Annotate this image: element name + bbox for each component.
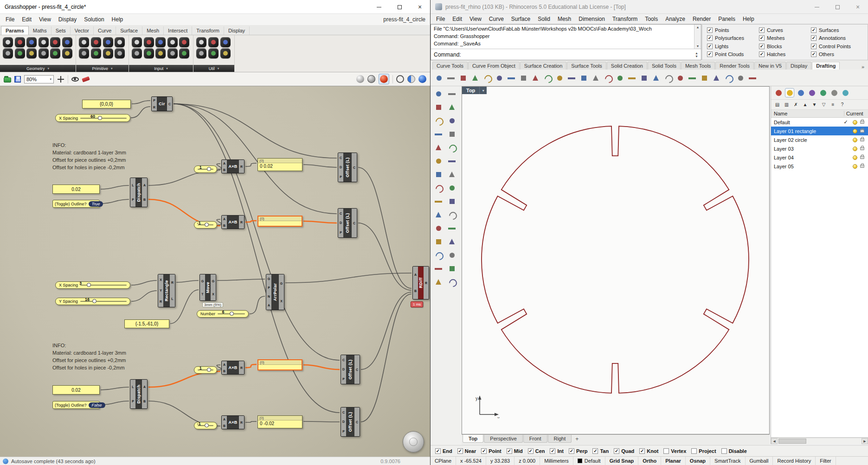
gh-panel[interactable]: {-1.5,-61,0} [124, 319, 169, 328]
grasshopper-canvas[interactable]: {0,0,0}PRCirCX Spacing60INFO: Material: … [0, 86, 430, 457]
checkbox-icon[interactable]: ✓ [569, 448, 574, 454]
viewport-title-menu-icon[interactable]: ▼ [479, 87, 487, 94]
tube-icon[interactable] [446, 182, 458, 194]
zoom-extents-icon[interactable] [57, 76, 64, 83]
gh-component-ab[interactable]: ABA×BR [221, 215, 244, 229]
menu-edit[interactable]: Edit [449, 14, 466, 24]
split-icon[interactable] [687, 72, 698, 83]
scroll-down-icon[interactable]: ▼ [696, 45, 700, 48]
integer-param-icon[interactable] [79, 48, 89, 58]
input-port-b[interactable]: B [414, 289, 417, 293]
tab-curve[interactable]: Curve [94, 26, 116, 35]
layer-lock-icon[interactable] [860, 138, 864, 141]
explode-icon[interactable] [446, 263, 458, 275]
gh-component-ab[interactable]: ABA×BR [221, 159, 244, 173]
tooltab-curve-tools[interactable]: Curve Tools [432, 62, 468, 70]
checkbox-icon[interactable]: ✓ [759, 35, 765, 41]
selection-filter-icon[interactable] [446, 88, 458, 100]
checkbox-icon[interactable]: ✓ [639, 448, 645, 454]
point-icon[interactable] [433, 102, 445, 114]
boolean-union-icon[interactable] [433, 196, 445, 208]
preview-shaded-selected[interactable] [379, 74, 389, 84]
filter-points[interactable]: ✓Points [707, 27, 759, 33]
output-port-l[interactable]: L [171, 297, 173, 300]
box-param-icon[interactable] [50, 37, 60, 47]
tooltab-surface-creation[interactable]: Surface Creation [520, 62, 567, 70]
line-param-icon[interactable] [39, 37, 49, 47]
layer-visibility-bulb-icon[interactable] [853, 129, 857, 134]
cut-icon[interactable] [482, 72, 493, 83]
command-history[interactable]: File "C:\Users\User\ownCloud\FabLab Müns… [431, 25, 701, 49]
gh-data-panel[interactable]: {0}0 0.02 [257, 158, 302, 171]
fillet-icon[interactable] [433, 276, 445, 288]
layer-lock-icon[interactable] [860, 165, 864, 168]
top-viewport[interactable]: Top ▼ y x [462, 86, 770, 434]
layer-lock-icon[interactable] [860, 121, 864, 124]
tab-overflow-icon[interactable]: » [858, 64, 868, 70]
minimize-button[interactable] [807, 0, 827, 14]
tooltab-curve-from-object[interactable]: Curve From Object [468, 62, 520, 70]
layer-visibility-bulb-icon[interactable] [853, 120, 857, 125]
layer-current-check[interactable]: ✓ [841, 119, 851, 125]
osnap-quad[interactable]: ✓Quad [614, 448, 634, 454]
maximize-button[interactable] [827, 0, 848, 14]
status-toggle-osnap[interactable]: Osnap [686, 457, 710, 465]
zoom-spinner-icon[interactable]: ▾ [50, 77, 51, 81]
array-icon[interactable] [735, 72, 746, 83]
input-port-p[interactable]: P [153, 99, 155, 102]
slider-handle[interactable] [207, 368, 211, 372]
scale-icon[interactable] [638, 72, 649, 83]
output-port-g[interactable]: G [212, 280, 214, 283]
mirror-icon[interactable] [433, 236, 445, 248]
new-file-icon[interactable] [433, 72, 444, 83]
number-param-icon[interactable] [91, 37, 101, 47]
plane-param-icon[interactable] [15, 37, 25, 47]
palette-group-label[interactable]: Geometry▾ [0, 65, 76, 72]
menu-transform[interactable]: Transform [609, 14, 641, 24]
point-param-icon[interactable] [3, 37, 13, 47]
tooltab-render-tools[interactable]: Render Tools [715, 62, 754, 70]
sphere-icon[interactable] [446, 169, 458, 181]
osnap-vertex[interactable]: Vertex [663, 448, 686, 454]
circle-icon[interactable] [446, 115, 458, 127]
cluster-param-icon[interactable] [196, 37, 206, 47]
command-prompt[interactable]: Command: ▲▼ [431, 49, 701, 60]
new-layer-icon[interactable]: ▤ [773, 101, 781, 108]
output-port-c[interactable]: C [353, 222, 355, 225]
gh-panel[interactable]: {0,0,0} [82, 100, 131, 108]
command-spinner-icon[interactable]: ▲▼ [695, 51, 698, 58]
help-panel-tab[interactable] [807, 88, 817, 97]
viewtab-right[interactable]: Right [548, 435, 572, 443]
output-port-r[interactable]: R [425, 281, 427, 285]
slider-param-icon[interactable] [132, 37, 142, 47]
vector-param-icon[interactable] [3, 48, 13, 58]
filter-point-clouds[interactable]: ✓Point Clouds [707, 51, 759, 57]
canvas-navigation-ball[interactable] [403, 431, 424, 452]
units-label[interactable]: Millimeters [540, 457, 573, 465]
output-port-c[interactable]: C [356, 420, 358, 424]
gh-component-move[interactable]: GTMoveGX [199, 274, 216, 301]
osnap-mid[interactable]: ✓Mid [507, 448, 523, 454]
path-param-icon[interactable] [115, 48, 125, 58]
input-port-b[interactable]: B [223, 424, 225, 427]
gh-data-panel[interactable]: {0}0 -0.02 [257, 415, 302, 428]
curve-icon[interactable] [433, 115, 445, 127]
gh-boolean-toggle[interactable]: (Toggle) Outline?False [52, 401, 100, 409]
save-file-icon[interactable] [14, 76, 21, 83]
rectangle-icon[interactable] [433, 142, 445, 154]
status-toggle-grid-snap[interactable]: Grid Snap [605, 457, 639, 465]
cplane-button[interactable]: CPlane [431, 457, 456, 465]
tab-display[interactable]: Display [224, 26, 250, 35]
rhino-titlebar[interactable]: press-fit_rhino (103 KB) - Rhinoceros 5.… [431, 0, 868, 14]
print-icon[interactable] [469, 72, 481, 83]
curve-param-icon[interactable] [26, 48, 37, 58]
checkbox-icon[interactable] [721, 448, 727, 454]
layers-panel-tab[interactable] [785, 88, 794, 97]
tooltab-display[interactable]: Display [786, 62, 811, 70]
pressfit-circle-curve[interactable] [482, 126, 749, 393]
scroll-up-icon[interactable]: ▲ [696, 25, 700, 29]
input-port-p[interactable]: P [268, 286, 270, 289]
output-port-g[interactable]: G [280, 282, 283, 285]
slider-handle[interactable] [230, 312, 234, 316]
filter-annotations[interactable]: ✓Annotations [811, 35, 863, 41]
